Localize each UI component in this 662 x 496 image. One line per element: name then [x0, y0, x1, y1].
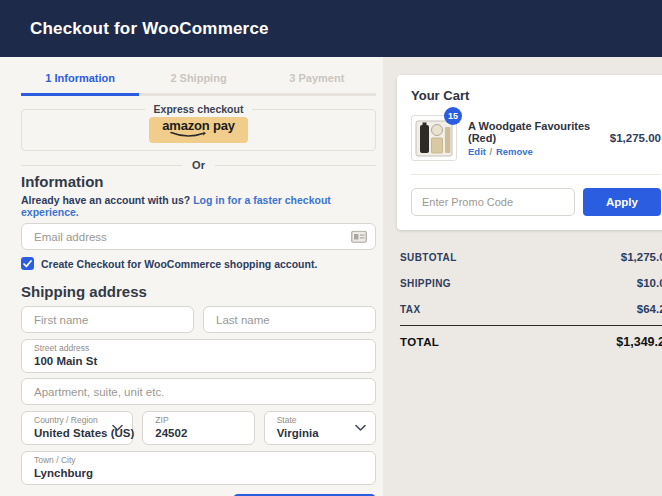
- first-name-input[interactable]: [21, 306, 194, 333]
- order-summary-panel: Your Cart 15 A Wo: [383, 57, 662, 496]
- order-totals: SUBTOTAL $1,275.00 SHIPPING $10.00 TAX $…: [397, 244, 662, 358]
- express-checkout-section: Express checkout amazon pay: [21, 109, 376, 151]
- link-separator: /: [490, 146, 493, 157]
- country-value: United States (US): [34, 426, 120, 440]
- zip-field[interactable]: ZIP 24502: [142, 411, 254, 445]
- divider-line: [215, 165, 376, 166]
- product-thumbnail: 15: [411, 115, 457, 161]
- tax-value: $64.25: [637, 303, 662, 315]
- amazon-pay-button[interactable]: amazon pay: [149, 117, 247, 144]
- promo-code-input[interactable]: [411, 188, 575, 216]
- zip-value: 24502: [155, 426, 241, 440]
- remove-item-link[interactable]: Remove: [496, 146, 533, 157]
- cart-item-row: 15 A Woodgate Favourites (Red) Edit / Re…: [411, 115, 661, 175]
- or-divider-label: Or: [192, 159, 205, 171]
- create-account-label: Create Checkout for WooCommerce shopping…: [41, 258, 317, 270]
- amazon-smile-icon: [170, 131, 208, 139]
- email-input[interactable]: [21, 223, 376, 250]
- subtotal-row: SUBTOTAL $1,275.00: [400, 244, 662, 270]
- street-address-field[interactable]: Street address 100 Main St: [21, 339, 376, 373]
- total-value: $1,349.25: [616, 335, 662, 349]
- main-content: 1 Information 2 Shipping 3 Payment Expre…: [0, 57, 662, 496]
- checkout-page: Checkout for WooCommerce 1 Information 2…: [0, 0, 662, 496]
- app-header: Checkout for WooCommerce: [0, 0, 662, 57]
- edit-item-link[interactable]: Edit: [468, 146, 486, 157]
- contact-card-icon: [351, 230, 367, 243]
- promo-code-section: Apply: [411, 188, 661, 216]
- street-address-value: 100 Main St: [34, 354, 363, 368]
- subtotal-label: SUBTOTAL: [400, 252, 457, 263]
- last-name-input[interactable]: [203, 306, 376, 333]
- tax-label: TAX: [400, 304, 420, 315]
- account-prompt: Already have an account with us?: [21, 194, 190, 206]
- shipping-label: SHIPPING: [400, 278, 451, 289]
- express-checkout-label: Express checkout: [145, 103, 253, 115]
- cart-item-price: $1,275.00: [610, 132, 661, 144]
- checkout-form-panel: 1 Information 2 Shipping 3 Payment Expre…: [0, 57, 383, 496]
- subtotal-value: $1,275.00: [621, 251, 662, 263]
- total-label: TOTAL: [400, 336, 439, 348]
- chevron-down-icon: [355, 425, 366, 432]
- email-field-wrap: [21, 223, 376, 250]
- apartment-input[interactable]: [21, 378, 376, 405]
- city-field[interactable]: Town / City Lynchburg: [21, 451, 376, 485]
- cart-item-name: A Woodgate Favourites (Red): [468, 120, 599, 144]
- apartment-field-wrap: [21, 378, 376, 405]
- check-icon: [23, 260, 32, 268]
- tab-information[interactable]: 1 Information: [21, 63, 139, 96]
- apply-promo-button[interactable]: Apply: [583, 188, 661, 216]
- shipping-row: SHIPPING $10.00: [400, 270, 662, 296]
- cart-item-actions: Edit / Remove: [468, 146, 599, 157]
- checkout-steps: 1 Information 2 Shipping 3 Payment: [21, 63, 376, 96]
- page-title: Checkout for WooCommerce: [30, 19, 269, 39]
- chevron-down-icon: [112, 425, 123, 432]
- state-value: Virginia: [277, 426, 363, 440]
- state-select[interactable]: State Virginia: [264, 411, 376, 445]
- city-label: Town / City: [34, 456, 363, 466]
- state-label: State: [277, 416, 363, 426]
- create-account-checkbox[interactable]: [21, 257, 34, 270]
- tab-shipping[interactable]: 2 Shipping: [139, 63, 257, 96]
- shipping-value: $10.00: [637, 277, 662, 289]
- information-heading: Information: [21, 173, 376, 190]
- country-select[interactable]: Country / Region United States (US): [21, 411, 133, 445]
- create-account-option[interactable]: Create Checkout for WooCommerce shopping…: [21, 257, 376, 270]
- shipping-address-heading: Shipping address: [21, 283, 376, 300]
- quantity-badge: 15: [444, 107, 462, 125]
- account-prompt-line: Already have an account with us? Log in …: [21, 194, 376, 218]
- region-fields-row: Country / Region United States (US) ZIP …: [21, 411, 376, 445]
- name-fields-row: [21, 306, 376, 333]
- street-address-label: Street address: [34, 344, 363, 354]
- tax-row: TAX $64.25: [400, 296, 662, 322]
- cart-heading: Your Cart: [411, 88, 661, 103]
- or-divider: Or: [21, 159, 376, 171]
- city-value: Lynchburg: [34, 466, 363, 480]
- total-row: TOTAL $1,349.25: [400, 326, 662, 358]
- divider-line: [21, 165, 182, 166]
- cart-item-info: A Woodgate Favourites (Red) Edit / Remov…: [468, 120, 599, 157]
- cart-card: Your Cart 15 A Wo: [397, 75, 662, 230]
- tab-payment[interactable]: 3 Payment: [258, 63, 376, 96]
- country-label: Country / Region: [34, 416, 120, 426]
- zip-label: ZIP: [155, 416, 241, 426]
